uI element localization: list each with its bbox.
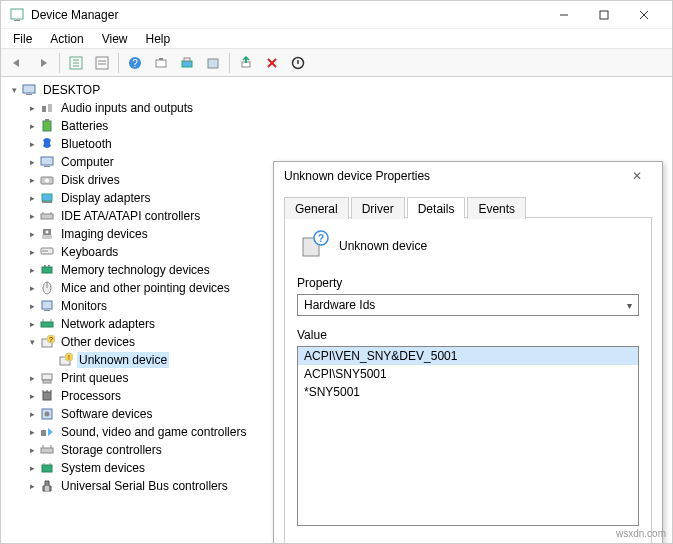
tab-driver[interactable]: Driver [351, 197, 405, 219]
chevron-right-icon[interactable]: ▸ [25, 281, 39, 295]
disable-device-button[interactable] [286, 52, 310, 74]
menu-view[interactable]: View [94, 30, 136, 48]
menu-file[interactable]: File [5, 30, 40, 48]
menu-action[interactable]: Action [42, 30, 91, 48]
dialog-close-button[interactable]: ✕ [622, 169, 652, 183]
properties-button[interactable] [90, 52, 114, 74]
chevron-right-icon[interactable]: ▸ [25, 479, 39, 493]
show-hide-tree-button[interactable] [64, 52, 88, 74]
tree-item[interactable]: ▸Audio inputs and outputs [7, 99, 666, 117]
chevron-down-icon[interactable]: ▾ [7, 83, 21, 97]
svg-rect-29 [45, 119, 49, 121]
chevron-right-icon[interactable]: ▸ [25, 119, 39, 133]
chevron-right-icon[interactable]: ▸ [25, 263, 39, 277]
chevron-right-icon[interactable]: ▸ [25, 407, 39, 421]
tree-item-label: Mice and other pointing devices [59, 280, 232, 296]
chevron-right-icon[interactable]: ▸ [25, 425, 39, 439]
enable-device-button[interactable] [234, 52, 258, 74]
chevron-right-icon[interactable]: ▸ [25, 461, 39, 475]
tree-item-label: Print queues [59, 370, 130, 386]
svg-rect-52 [44, 310, 50, 311]
toolbar-sep-3 [229, 53, 230, 73]
tree-item-label: Unknown device [77, 352, 169, 368]
svg-rect-30 [41, 157, 53, 165]
svg-rect-10 [96, 57, 108, 69]
menubar: File Action View Help [1, 29, 672, 49]
svg-text:?: ? [49, 336, 53, 343]
chevron-right-icon[interactable]: ▸ [25, 209, 39, 223]
device-category-icon [39, 244, 55, 260]
device-category-icon: ? [39, 334, 55, 350]
svg-rect-74 [42, 465, 52, 472]
chevron-right-icon[interactable]: ▸ [25, 173, 39, 187]
svg-rect-70 [41, 430, 46, 436]
svg-rect-16 [159, 58, 163, 60]
tab-events[interactable]: Events [467, 197, 526, 219]
value-item[interactable]: ACPI\VEN_SNY&DEV_5001 [298, 347, 638, 365]
tree-item[interactable]: ▸Batteries [7, 117, 666, 135]
tree-item-label: Display adapters [59, 190, 152, 206]
chevron-right-icon[interactable]: ▸ [25, 245, 39, 259]
svg-rect-51 [42, 301, 52, 309]
chevron-right-icon[interactable]: ▸ [25, 443, 39, 457]
menu-help[interactable]: Help [138, 30, 179, 48]
chevron-right-icon[interactable]: ▸ [25, 155, 39, 169]
value-listbox[interactable]: ACPI\VEN_SNY&DEV_5001 ACPI\SNY5001 *SNY5… [297, 346, 639, 526]
toolbar: ? [1, 49, 672, 77]
tabbar: General Driver Details Events [284, 196, 652, 218]
update-driver-button[interactable] [175, 52, 199, 74]
chevron-down-icon[interactable]: ▾ [25, 335, 39, 349]
close-button[interactable] [624, 4, 664, 26]
device-category-icon [39, 136, 55, 152]
add-legacy-button[interactable] [201, 52, 225, 74]
property-select[interactable]: Hardware Ids ▾ [297, 294, 639, 316]
svg-rect-26 [42, 106, 46, 112]
svg-rect-1 [14, 20, 20, 21]
svg-rect-62 [42, 374, 52, 380]
svg-rect-77 [45, 486, 49, 491]
device-category-icon [39, 424, 55, 440]
svg-point-40 [46, 231, 49, 234]
svg-rect-0 [11, 9, 23, 19]
dialog-body: General Driver Details Events ? Unknown … [274, 190, 662, 544]
svg-rect-34 [42, 194, 52, 201]
chevron-right-icon[interactable]: ▸ [25, 371, 39, 385]
scan-hardware-button[interactable] [149, 52, 173, 74]
svg-rect-24 [23, 85, 35, 93]
tree-item[interactable]: ▸Bluetooth [7, 135, 666, 153]
device-category-icon [39, 370, 55, 386]
tab-details[interactable]: Details [407, 197, 466, 219]
chevron-right-icon[interactable]: ▸ [25, 137, 39, 151]
device-category-icon [39, 100, 55, 116]
tree-item-label: Bluetooth [59, 136, 114, 152]
tab-general[interactable]: General [284, 197, 349, 219]
chevron-right-icon[interactable]: ▸ [25, 317, 39, 331]
minimize-button[interactable] [544, 4, 584, 26]
svg-rect-46 [42, 267, 52, 273]
chevron-right-icon[interactable]: ▸ [25, 299, 39, 313]
svg-rect-27 [48, 104, 52, 112]
value-label: Value [297, 328, 639, 342]
chevron-right-icon[interactable]: ▸ [25, 227, 39, 241]
watermark: wsxdn.com [616, 528, 666, 539]
chevron-right-icon[interactable]: ▸ [25, 389, 39, 403]
device-header: ? Unknown device [297, 230, 639, 262]
value-item[interactable]: *SNY5001 [298, 383, 638, 401]
device-category-icon [39, 208, 55, 224]
maximize-button[interactable] [584, 4, 624, 26]
tree-root[interactable]: ▾ DESKTOP [7, 81, 666, 99]
tree-item-label: Network adapters [59, 316, 157, 332]
value-item[interactable]: ACPI\SNY5001 [298, 365, 638, 383]
forward-button[interactable] [31, 52, 55, 74]
uninstall-device-button[interactable] [260, 52, 284, 74]
tree-root-label: DESKTOP [41, 82, 102, 98]
help-button[interactable]: ? [123, 52, 147, 74]
device-category-icon [39, 388, 55, 404]
chevron-right-icon[interactable]: ▸ [25, 101, 39, 115]
device-category-icon [39, 262, 55, 278]
chevron-right-icon[interactable]: ▸ [25, 191, 39, 205]
back-button[interactable] [5, 52, 29, 74]
dialog-title: Unknown device Properties [284, 169, 622, 183]
window-title: Device Manager [31, 8, 544, 22]
device-category-icon [39, 406, 55, 422]
